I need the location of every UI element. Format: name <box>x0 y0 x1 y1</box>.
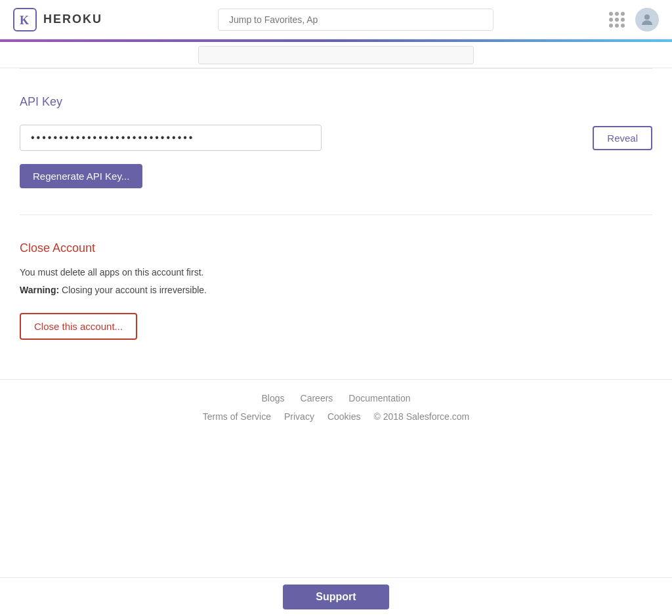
logo-area: K HEROKU <box>13 8 102 31</box>
support-bar: Support <box>0 577 672 616</box>
logo-text: HEROKU <box>43 12 102 26</box>
search-area[interactable] <box>218 9 494 31</box>
close-account-button[interactable]: Close this account... <box>20 313 137 340</box>
footer-link-terms[interactable]: Terms of Service <box>203 411 271 422</box>
api-key-row: Reveal <box>20 125 652 151</box>
footer-links-row-1: Blogs Careers Documentation <box>0 393 672 403</box>
close-account-title: Close Account <box>20 241 652 255</box>
footer: Blogs Careers Documentation Terms of Ser… <box>0 379 672 474</box>
close-account-warning: Warning: Closing your account is irrever… <box>20 283 652 297</box>
api-key-input[interactable] <box>20 125 322 151</box>
close-account-description: You must delete all apps on this account… <box>20 266 652 279</box>
warning-label: Warning: <box>20 285 59 295</box>
footer-link-careers[interactable]: Careers <box>301 393 333 403</box>
sub-header-content <box>198 46 474 64</box>
search-input[interactable] <box>218 9 494 31</box>
heroku-logo-icon: K <box>13 8 37 31</box>
footer-links-row-2: Terms of Service Privacy Cookies © 2018 … <box>0 411 672 422</box>
apps-grid-icon[interactable] <box>609 12 625 28</box>
main-content: API Key Reveal Regenerate API Key... Clo… <box>0 68 672 379</box>
footer-copyright: © 2018 Salesforce.com <box>374 411 470 422</box>
warning-text: Closing your account is irreversible. <box>62 285 207 295</box>
svg-point-2 <box>644 14 650 20</box>
footer-link-documentation[interactable]: Documentation <box>348 393 410 403</box>
api-key-section: API Key Reveal Regenerate API Key... <box>20 69 652 215</box>
regenerate-button[interactable]: Regenerate API Key... <box>20 164 142 188</box>
api-key-title: API Key <box>20 95 652 109</box>
header: K HEROKU <box>0 0 672 39</box>
footer-link-blogs[interactable]: Blogs <box>262 393 285 403</box>
close-account-section: Close Account You must delete all apps o… <box>20 215 652 379</box>
footer-link-cookies[interactable]: Cookies <box>327 411 361 422</box>
svg-text:K: K <box>20 14 29 27</box>
reveal-button[interactable]: Reveal <box>593 126 652 150</box>
header-actions <box>609 8 659 31</box>
sub-header <box>0 42 672 68</box>
support-button[interactable]: Support <box>283 585 388 609</box>
footer-link-privacy[interactable]: Privacy <box>284 411 314 422</box>
avatar[interactable] <box>635 8 659 31</box>
